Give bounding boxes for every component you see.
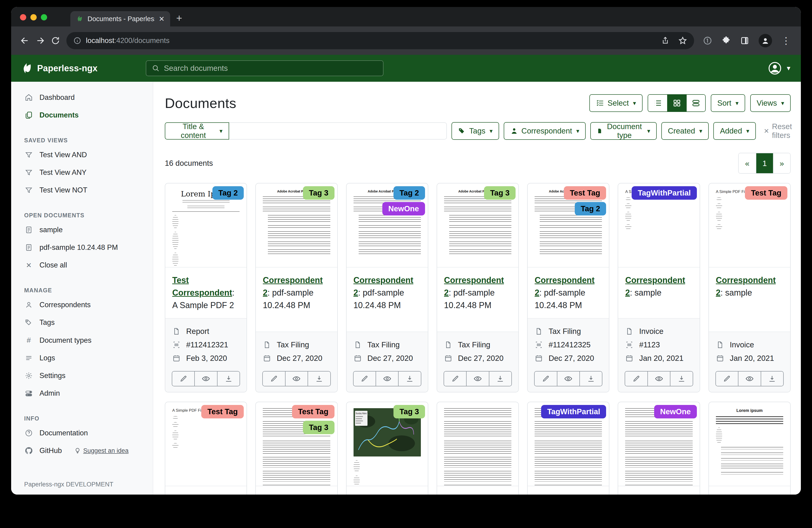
new-tab-button[interactable]: + [176,13,182,23]
preview-button[interactable] [738,371,760,386]
document-card[interactable]: sample-pdf-download-10-mb copy_red Jan 2… [437,402,519,495]
detail-view-button[interactable] [686,95,705,112]
document-card[interactable]: Lorem ipsum file-sample_150kBs Feb 15, 2… [709,402,791,495]
tag-badge[interactable]: NewOne [382,202,425,215]
document-type-filter-button[interactable]: Document type▾ [590,122,656,140]
sidebar-item-open-doc-pdf-sample[interactable]: pdf-sample 10.24.48 PM [11,239,153,256]
preview-button[interactable] [648,371,670,386]
download-button[interactable] [398,371,421,386]
user-menu-caret-icon[interactable]: ▼ [785,65,792,72]
document-title[interactable]: Correspondent 2: pdf-sample 10.24.48 PM [347,268,428,318]
reload-icon[interactable] [48,33,63,48]
document-card[interactable]: NewOne Newest Correspondent: f_combineds… [618,402,700,495]
document-title[interactable]: sample-pdf-download-10-mb-longer-title [528,486,609,495]
document-card[interactable]: Tag 3 Boundary Waters Trip Test Cor [346,402,428,495]
document-thumbnail[interactable]: Test TagTag 3 [256,402,337,486]
edit-button[interactable] [353,371,376,386]
edit-button[interactable] [263,371,285,386]
correspondent-link[interactable]: Test Correspondent [172,275,232,297]
document-thumbnail[interactable] [437,402,518,486]
tag-badge[interactable]: Test Tag [292,405,334,418]
suggest-an-idea-link[interactable]: Suggest an idea [74,447,128,454]
edit-button[interactable] [716,371,738,386]
preview-button[interactable] [557,371,579,386]
sidebar-item-close-all[interactable]: ✕ Close all [11,256,153,274]
tag-badge[interactable]: Test Tag [201,405,244,418]
browser-tab[interactable]: Documents - Paperless-ngx ✕ [70,11,170,27]
download-button[interactable] [217,371,240,386]
tab-close-icon[interactable]: ✕ [159,15,164,23]
sidebar-item-github[interactable]: GitHub Suggest an idea [11,442,153,459]
correspondent-link[interactable]: Correspondent 2 [535,275,594,297]
sidebar-item-documentation[interactable]: Documentation [11,424,153,442]
preview-button[interactable] [466,371,489,386]
document-card[interactable]: Tag 2NewOne Adobe Acrobat PDF Files Corr… [346,183,428,393]
sort-dropdown-button[interactable]: Sort▾ [711,94,745,112]
document-card[interactable]: Tag 2 Lorem Ipsum Test Correspondent: A … [165,183,247,393]
correspondent-link[interactable]: Correspondent 2 [625,275,685,297]
document-title[interactable]: Correspondent 2: asample [165,486,247,495]
sidebar-item-logs[interactable]: Logs [11,349,153,367]
document-thumbnail[interactable]: TagWithPartial [528,402,609,486]
tags-filter-button[interactable]: Tags▾ [451,122,499,140]
app-brand[interactable]: Paperless-ngx [20,62,146,74]
sidebar-item-dashboard[interactable]: Dashboard [11,89,153,106]
maximize-window-button[interactable] [41,14,47,20]
site-info-icon[interactable] [73,37,81,45]
preview-button[interactable] [285,371,308,386]
document-title[interactable]: file-sample_150kBs [709,486,790,495]
document-card[interactable]: Test TagTag 2 Adobe Acrobat PDF Files Co… [527,183,609,393]
preview-button[interactable] [376,371,398,386]
tag-badge[interactable]: Tag 2 [575,202,606,215]
document-thumbnail[interactable]: Test Tag A Simple PDF File [165,402,247,486]
document-thumbnail[interactable]: Tag 3 Boundary Waters Trip [347,402,428,486]
edit-button[interactable] [172,371,194,386]
correspondent-link[interactable]: Correspondent 2 [172,494,232,495]
download-button[interactable] [579,371,602,386]
user-avatar-icon[interactable] [768,61,782,75]
document-card[interactable]: Test Tag A Simple PDF File Correspondent… [165,402,247,495]
sidebar-item-open-doc-sample[interactable]: sample [11,221,153,239]
share-icon[interactable] [661,36,669,45]
download-button[interactable] [761,371,783,386]
sidebar-item-test-view-not[interactable]: Test View NOT [11,181,153,199]
document-card[interactable]: TagWithPartial A Simple PDF Corresponden… [618,183,700,393]
document-title[interactable]: Correspondent 2: sample [618,268,699,306]
correspondent-link[interactable]: Newest Correspondent [625,494,685,495]
grid-view-button[interactable] [667,95,686,112]
tag-badge[interactable]: NewOne [654,405,697,418]
document-title[interactable]: sample-pdf-download-10-mb copy_red [437,486,518,495]
document-card[interactable]: TagWithPartial sample-pdf-download-10-mb… [527,402,609,495]
select-dropdown-button[interactable]: Select▾ [590,94,642,112]
pagination-page-1-button[interactable]: 1 [756,153,773,173]
title-content-filter-input[interactable] [229,123,447,140]
download-button[interactable] [489,371,511,386]
tag-badge[interactable]: Tag 3 [303,421,334,434]
document-card[interactable]: Test Tag A Simple PDF File Correspondent… [709,183,791,393]
document-thumbnail[interactable]: TagWithPartial A Simple PDF [618,183,699,268]
document-title[interactable]: Correspondent 2: sample [709,268,790,306]
download-button[interactable] [670,371,693,386]
extension-badge-icon[interactable] [703,36,712,45]
document-title[interactable]: Newest Correspondent: f_combineds [618,486,699,495]
created-filter-button[interactable]: Created▾ [661,122,709,140]
bookmark-star-icon[interactable] [678,36,687,45]
document-title[interactable]: Test Correspondent: sample-pdf-file [256,486,337,495]
document-card[interactable]: Test TagTag 3 Test Correspondent: sample… [255,402,337,495]
document-thumbnail[interactable]: Tag 3 Adobe Acrobat PDF Files [256,183,337,268]
tag-badge[interactable]: Tag 3 [303,186,334,200]
close-window-button[interactable] [20,14,26,20]
tag-badge[interactable]: TagWithPartial [541,405,606,418]
tag-badge[interactable]: Tag 3 [484,186,516,200]
extensions-puzzle-icon[interactable] [722,36,731,45]
document-title[interactable]: Test Correspondent: sample-pdf-with-imag… [347,486,428,495]
preview-button[interactable] [194,371,217,386]
title-content-dropdown-button[interactable]: Title & content▾ [165,123,229,140]
sidebar-item-test-view-and[interactable]: Test View AND [11,146,153,164]
sidebar-item-tags[interactable]: Tags [11,314,153,331]
correspondent-link[interactable]: Test Correspondent [263,494,323,495]
tag-badge[interactable]: Test Tag [564,186,606,200]
correspondent-link[interactable]: Correspondent 2 [716,275,776,297]
correspondent-filter-button[interactable]: Correspondent▾ [504,122,586,140]
search-input[interactable] [164,64,377,73]
